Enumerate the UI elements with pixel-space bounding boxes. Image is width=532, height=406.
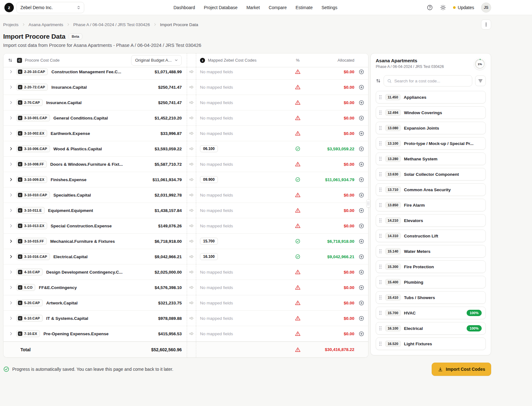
cost-code-card[interactable]: 14.210 Elevators [376,214,486,227]
row-expand-chevron[interactable] [8,116,14,120]
add-mapping-button[interactable] [354,300,368,306]
cost-code-card[interactable]: 16.520 Light Fixtures [376,337,486,350]
row-expand-chevron[interactable] [8,147,14,151]
breadcrumb-phase[interactable]: Phase A / 06-04-2024 / JRS Test 030426 [73,22,150,27]
table-row[interactable]: C 3-10-001.CAP General Conditions.Capita… [3,110,368,126]
drag-handle-icon[interactable] [379,233,382,238]
budget-type-dropdown[interactable]: Original Budget A... [131,55,182,66]
row-expand-chevron[interactable] [8,301,14,305]
add-mapping-button[interactable] [354,208,368,214]
table-row[interactable]: C 4-10.CAP Design Development Contingenc… [3,264,368,280]
add-mapping-button[interactable] [354,84,368,90]
row-expand-chevron[interactable] [8,70,14,74]
sort-cost-codes-button[interactable] [376,78,381,83]
import-cost-codes-button[interactable]: Import Cost Codes [432,363,491,376]
drag-handle-icon[interactable] [379,310,382,315]
add-mapping-button[interactable] [354,161,368,167]
drag-handle-icon[interactable] [379,141,382,146]
drag-handle-icon[interactable] [379,264,382,269]
table-row[interactable]: C 3-10-002.EX Earthwork.Expense $33,996.… [3,126,368,141]
add-mapping-button[interactable] [354,100,368,106]
add-mapping-button[interactable] [354,238,368,244]
add-mapping-button[interactable] [354,192,368,198]
drag-handle-icon[interactable] [379,187,382,192]
cost-code-card[interactable]: 14.310 Construction Lift [376,230,486,242]
nav-settings[interactable]: Settings [322,5,338,10]
cost-code-card[interactable]: 15.300 Fire Protection [376,260,486,273]
table-row[interactable]: C 5-20.CAP Artwork.Capital $321,233.75 N… [3,295,368,311]
cost-code-card[interactable]: 15.400 Plumbing [376,276,486,288]
drag-handle-icon[interactable] [379,326,382,331]
sort-procore-button[interactable] [8,58,13,63]
add-mapping-button[interactable] [354,269,368,275]
drag-handle-icon[interactable] [379,203,382,208]
row-expand-chevron[interactable] [8,208,14,213]
cost-code-card[interactable]: 13.710 Common Area Security [376,183,486,196]
org-selector[interactable]: Zebel Demo Inc. [16,2,84,13]
user-avatar[interactable]: JS [481,3,491,13]
cost-code-card[interactable]: 13.080 Expansion Joints [376,122,486,134]
theme-toggle-button[interactable] [440,4,446,11]
table-row[interactable]: C 3-10-011.E Equipment.Equipment $1,438,… [3,203,368,218]
nav-dashboard[interactable]: Dashboard [174,5,195,10]
mapped-code-badge[interactable]: 15.700 [200,238,218,245]
drag-handle-icon[interactable] [379,156,382,161]
row-expand-chevron[interactable] [8,193,14,197]
drag-handle-icon[interactable] [379,218,382,223]
drag-handle-icon[interactable] [379,280,382,285]
drag-handle-icon[interactable] [379,172,382,177]
add-mapping-button[interactable] [354,177,368,183]
cost-code-card[interactable]: 15.140 Water Meters [376,245,486,258]
row-expand-chevron[interactable] [8,162,14,166]
row-expand-chevron[interactable] [8,177,14,182]
cost-code-card[interactable]: 13.280 Methane System [376,153,486,165]
cost-code-card[interactable]: 12.494 Window Coverings [376,106,486,119]
add-mapping-button[interactable] [354,115,368,121]
cost-code-card[interactable]: 11.450 Appliances [376,91,486,103]
row-expand-chevron[interactable] [8,331,14,336]
mapped-code-badge[interactable]: 16.100 [200,253,218,260]
add-mapping-button[interactable] [354,315,368,321]
cost-code-card[interactable]: 15.410 Tubs / Showers [376,291,486,304]
table-row[interactable]: C 3-10-010.CAP Specialties.Capital $2,03… [3,187,368,203]
row-expand-chevron[interactable] [8,316,14,320]
help-button[interactable] [427,4,433,11]
mapped-code-badge[interactable]: 09.900 [200,176,218,183]
add-mapping-button[interactable] [354,331,368,337]
add-mapping-button[interactable] [354,223,368,229]
row-expand-chevron[interactable] [8,239,14,243]
nav-project-database[interactable]: Project Database [204,5,237,10]
mapped-code-badge[interactable]: 06.100 [200,145,218,152]
page-menu-button[interactable] [481,19,491,30]
table-row[interactable]: C 2-70.CAP Insurance.Capital $250,741.47… [3,95,368,110]
cost-code-card[interactable]: 13.100 Proto-type / Mock-up / Special Pr… [376,137,486,150]
add-mapping-button[interactable] [354,146,368,152]
filter-button[interactable] [475,75,486,86]
nav-estimate[interactable]: Estimate [296,5,313,10]
add-mapping-button[interactable] [354,131,368,136]
table-row[interactable]: C 3-10-016.CAP Electrical.Capital $9,042… [3,249,368,264]
table-row[interactable]: C 3-10-009.EX Finishes.Expense $11,061,9… [3,172,368,187]
cost-code-card[interactable]: 13.850 Fire Alarm [376,199,486,211]
table-row[interactable]: C 3-10-008.FF Doors & Windows.Furniture … [3,157,368,172]
table-row[interactable]: C 3-10-006.CAP Wood & Plastics.Capital $… [3,141,368,157]
row-expand-chevron[interactable] [8,85,14,89]
search-input[interactable] [394,79,469,83]
drag-handle-icon[interactable] [379,110,382,115]
breadcrumb-project[interactable]: Asana Apartments [29,22,63,27]
table-row[interactable]: C 2-20-10.CAP Construction Management Fe… [3,67,368,80]
row-expand-chevron[interactable] [8,131,14,136]
nav-market[interactable]: Market [247,5,260,10]
cost-code-card[interactable]: 13.630 Solar Collector Component [376,168,486,181]
panel-resize-handle[interactable] [366,199,370,208]
breadcrumb-projects[interactable]: Projects [3,22,19,27]
updates-button[interactable]: Updates [453,5,474,10]
add-mapping-button[interactable] [354,285,368,291]
table-row[interactable]: C 6-10.CAP IT & Systems.Capital $978,089… [3,311,368,326]
drag-handle-icon[interactable] [379,95,382,100]
row-expand-chevron[interactable] [8,254,14,259]
table-row[interactable]: C 5.CO FF&E.Contingency $4,576,398.10 No… [3,280,368,295]
table-row[interactable]: C 2-20-72.CAP Insurance.Capital $250,741… [3,80,368,95]
drag-handle-icon[interactable] [379,125,382,131]
drag-handle-icon[interactable] [379,341,382,346]
